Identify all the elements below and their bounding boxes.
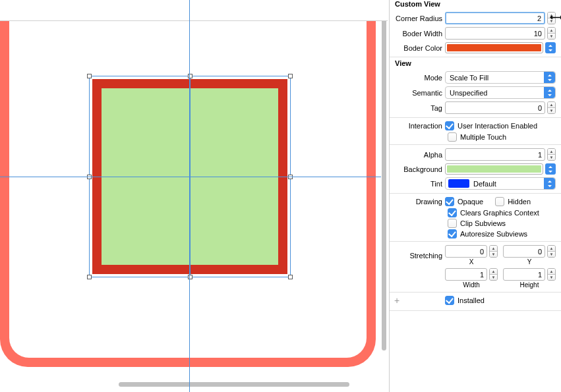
mode-value: Scale To Fill (450, 74, 488, 82)
border-color-swatch (447, 44, 541, 51)
clip-subviews-checkbox[interactable] (448, 219, 457, 228)
border-color-dropdown[interactable] (545, 42, 556, 53)
border-width-row: Boder Width ▲▼ (390, 26, 561, 41)
canvas-scrollbar-vertical[interactable] (382, 8, 386, 350)
installed-label: Installed (458, 296, 485, 304)
tint-select[interactable]: Default (445, 177, 556, 190)
corner-radius-row: Corner Radius ▲▼ (390, 11, 561, 26)
user-interaction-checkbox[interactable] (445, 121, 454, 130)
alpha-row: Alpha ▲▼ (390, 147, 561, 162)
stretching-height-label: Height (520, 281, 539, 289)
section-custom-view: Custom View (390, 0, 561, 11)
border-width-label: Boder Width (395, 30, 442, 38)
user-interaction-label: User Interaction Enabled (458, 122, 537, 130)
tint-label: Tint (395, 180, 442, 188)
tint-value: Default (472, 180, 555, 188)
installed-checkbox[interactable] (445, 296, 454, 305)
alignment-guide-horizontal (0, 177, 381, 177)
stretching-x-input[interactable] (445, 245, 487, 258)
border-color-row: Boder Color (390, 41, 561, 55)
semantic-dropdown-button[interactable] (544, 87, 555, 98)
stretching-height-input[interactable] (503, 268, 545, 281)
stretching-width-stepper[interactable]: ▲▼ (489, 268, 498, 281)
add-configuration-button[interactable]: + (392, 296, 401, 305)
up-down-chevron-icon (548, 45, 553, 51)
mode-row: Mode Scale To Fill (390, 70, 561, 85)
semantic-value: Unspecified (450, 89, 487, 97)
semantic-select[interactable]: Unspecified (445, 86, 556, 99)
stretching-y-label: Y (527, 258, 532, 266)
background-label: Background (395, 165, 442, 173)
stretching-y-stepper[interactable]: ▲▼ (547, 245, 556, 258)
resize-cursor-icon: ⟷ (550, 12, 561, 22)
tag-stepper[interactable]: ▲▼ (547, 101, 556, 114)
multiple-touch-checkbox[interactable] (448, 132, 457, 142)
border-width-input[interactable] (445, 27, 545, 40)
multiple-touch-label: Multiple Touch (460, 133, 506, 141)
hidden-label: Hidden (508, 198, 531, 206)
alpha-input[interactable] (445, 148, 545, 161)
alignment-guide-vertical (189, 0, 190, 392)
interaction-row: Interaction User Interaction Enabled (390, 120, 561, 132)
clears-graphics-label: Clears Graphics Context (460, 209, 539, 217)
border-width-stepper[interactable]: ▲▼ (547, 27, 556, 40)
border-color-well[interactable] (445, 42, 543, 53)
corner-radius-input[interactable] (445, 12, 545, 24)
stretching-y-input[interactable] (503, 245, 545, 258)
semantic-label: Semantic (395, 89, 442, 97)
border-color-label: Boder Color (395, 44, 442, 52)
tag-label: Tag (395, 104, 442, 112)
tint-row: Tint Default (390, 176, 561, 191)
background-row: Background (390, 162, 561, 176)
opaque-checkbox[interactable] (445, 197, 454, 206)
drawing-row: Drawing Opaque Hidden (390, 196, 561, 208)
autoresize-label: Autoresize Subviews (460, 230, 527, 238)
stretching-row: Stretching ▲▼ X ▲▼ Y (390, 244, 561, 267)
tag-row: Tag ▲▼ (390, 100, 561, 115)
stretching-label: Stretching (395, 252, 442, 260)
attributes-inspector: Custom View Corner Radius ▲▼ Boder Width… (389, 0, 561, 392)
canvas-scrollbar-horizontal[interactable] (119, 382, 349, 387)
drawing-label: Drawing (395, 198, 442, 206)
semantic-row: Semantic Unspecified (390, 85, 561, 100)
background-color-dropdown[interactable] (545, 163, 556, 175)
stretching-width-label: Width (463, 281, 480, 289)
background-color-well[interactable] (445, 163, 543, 175)
interaction-label: Interaction (395, 122, 442, 130)
tint-swatch (448, 179, 469, 188)
stretching-x-stepper[interactable]: ▲▼ (489, 245, 498, 258)
corner-radius-label: Corner Radius (395, 14, 442, 22)
opaque-label: Opaque (458, 198, 483, 206)
hidden-checkbox[interactable] (495, 197, 504, 206)
mode-select[interactable]: Scale To Fill (445, 71, 556, 84)
mode-label: Mode (395, 74, 442, 82)
tag-input[interactable] (445, 101, 545, 114)
canvas-toolbar-strip (0, 0, 388, 21)
stretching-width-input[interactable] (445, 268, 487, 281)
alpha-stepper[interactable]: ▲▼ (547, 148, 556, 161)
stretching-x-label: X (469, 258, 474, 266)
canvas-area[interactable] (0, 0, 388, 392)
mode-dropdown-button[interactable] (544, 72, 555, 83)
clears-graphics-checkbox[interactable] (448, 208, 457, 217)
autoresize-checkbox[interactable] (448, 229, 457, 238)
tint-dropdown-button[interactable] (544, 178, 555, 189)
section-view: View (390, 59, 561, 70)
stretching-height-stepper[interactable]: ▲▼ (547, 268, 556, 281)
background-color-swatch (447, 165, 541, 173)
clip-subviews-label: Clip Subviews (460, 219, 506, 227)
alpha-label: Alpha (395, 151, 442, 159)
